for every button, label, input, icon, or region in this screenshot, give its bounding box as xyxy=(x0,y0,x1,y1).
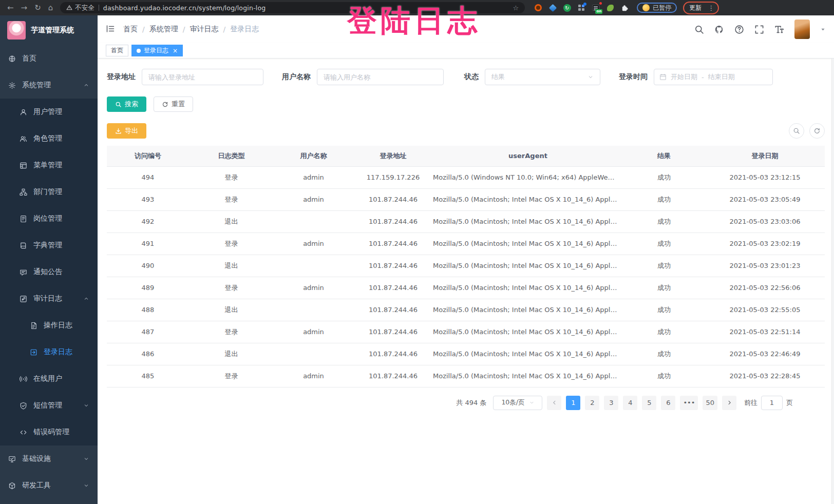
sidebar-item-notice[interactable]: 通知公告 xyxy=(0,259,98,285)
breadcrumb-item[interactable]: 首页 xyxy=(123,25,138,34)
extension-tab-manager-icon[interactable]: on xyxy=(592,4,600,12)
table-row: 492退出101.87.244.46Mozilla/5.0 (Macintosh… xyxy=(107,210,825,232)
sidebar: 芋道管理系统 首页系统管理用户管理角色管理菜单管理部门管理岗位管理字典管理通知公… xyxy=(0,15,98,504)
sidebar-item-role[interactable]: 角色管理 xyxy=(0,125,98,152)
toggle-search-button[interactable] xyxy=(789,123,804,139)
extension-gem-icon[interactable] xyxy=(548,4,557,12)
cell-result: 成功 xyxy=(623,299,705,321)
sidebar-item-online-users[interactable]: 在线用户 xyxy=(0,365,98,392)
sidebar-item-home[interactable]: 首页 xyxy=(0,45,98,72)
not-secure-badge[interactable]: 不安全 xyxy=(66,4,94,12)
sidebar-collapse-icon[interactable] xyxy=(106,24,115,35)
cell-id: 487 xyxy=(107,321,189,343)
sidebar-item-operate-log[interactable]: 操作日志 xyxy=(0,312,98,339)
table-row: 485登录admin101.87.244.46Mozilla/5.0 (Maci… xyxy=(107,365,825,387)
sidebar-item-dept[interactable]: 部门管理 xyxy=(0,179,98,205)
login-time-label: 登录时间 xyxy=(619,72,648,82)
sidebar-item-dict[interactable]: 字典管理 xyxy=(0,232,98,259)
sidebar-item-audit[interactable]: 审计日志 xyxy=(0,285,98,312)
page-number-button[interactable]: 3 xyxy=(604,396,618,410)
username-input[interactable] xyxy=(317,69,444,85)
cell-id: 493 xyxy=(107,188,189,210)
page-number-button[interactable]: 2 xyxy=(585,396,599,410)
url-text[interactable]: dashboard.yudao.iocoder.cn/system/log/lo… xyxy=(103,4,266,12)
page-size-select[interactable]: 10条/页 xyxy=(493,396,542,410)
page-ellipsis[interactable]: ••• xyxy=(680,396,698,410)
sidebar-item-sms[interactable]: 短信管理 xyxy=(0,392,98,419)
browser-menu-icon[interactable]: ⋮ xyxy=(708,4,715,12)
export-button[interactable]: 导出 xyxy=(107,123,146,139)
update-button[interactable]: 更新 xyxy=(685,3,706,13)
sidebar-item-infra[interactable]: 基础设施 xyxy=(0,445,98,472)
extension-green-refresh-icon[interactable]: ↻ xyxy=(563,4,571,12)
page-number-button[interactable]: 5 xyxy=(642,396,656,410)
gear-icon xyxy=(8,82,16,89)
breadcrumb-separator: / xyxy=(142,25,145,33)
extensions-puzzle-icon[interactable] xyxy=(620,4,629,12)
tag-item[interactable]: 首页 xyxy=(106,45,128,56)
tag-close-icon[interactable]: × xyxy=(173,47,178,54)
table-row: 491登录admin101.87.244.46Mozilla/5.0 (Maci… xyxy=(107,232,825,255)
sidebar-item-gear[interactable]: 系统管理 xyxy=(0,72,98,99)
cell-login-date: 2021-05-03 23:01:23 xyxy=(705,255,825,277)
help-icon[interactable] xyxy=(734,25,744,34)
search-button[interactable]: 搜索 xyxy=(107,96,146,112)
refresh-icon xyxy=(813,127,821,134)
page-number-button[interactable]: 1 xyxy=(566,396,580,410)
browser-back-icon[interactable]: ← xyxy=(7,3,14,12)
refresh-table-button[interactable] xyxy=(809,123,825,139)
user-avatar[interactable] xyxy=(794,20,810,39)
app-logo[interactable]: 芋道管理系统 xyxy=(0,15,98,45)
extension-orange-icon[interactable] xyxy=(534,4,542,12)
breadcrumb-item: 登录日志 xyxy=(230,25,259,34)
extension-sprout-icon[interactable] xyxy=(606,4,614,12)
cell-login-address: 101.87.244.46 xyxy=(353,232,433,255)
cell-result: 成功 xyxy=(623,277,705,299)
address-bar[interactable]: 不安全 dashboard.yudao.iocoder.cn/system/lo… xyxy=(60,2,525,13)
reset-button[interactable]: 重置 xyxy=(154,96,193,112)
table-header-cell: 日志类型 xyxy=(189,146,274,166)
sidebar-item-menu[interactable]: 菜单管理 xyxy=(0,152,98,179)
fullscreen-icon[interactable] xyxy=(754,25,764,34)
scrollbar[interactable] xyxy=(831,59,834,504)
browser-profile-chip[interactable]: 已暂停 xyxy=(637,3,677,13)
github-icon[interactable] xyxy=(714,25,724,34)
sidebar-item-post[interactable]: 岗位管理 xyxy=(0,205,98,232)
prev-page-button[interactable] xyxy=(547,396,561,410)
chevron-down-icon xyxy=(83,402,89,409)
goto-page-input[interactable] xyxy=(761,396,783,410)
table-header-cell: 访问编号 xyxy=(107,146,189,166)
avatar-caret-icon[interactable] xyxy=(820,27,826,32)
search-icon[interactable] xyxy=(694,25,704,34)
browser-forward-icon[interactable]: → xyxy=(21,3,28,12)
page-number-button[interactable]: 4 xyxy=(623,396,637,410)
chevron-down-icon xyxy=(529,400,535,405)
sidebar-item-login-log[interactable]: 登录日志 xyxy=(0,339,98,365)
cell-result: 成功 xyxy=(623,255,705,277)
table-header-cell: 结果 xyxy=(623,146,705,166)
login-time-range-picker[interactable]: 开始日期 - 结束日期 xyxy=(654,69,773,85)
extension-grid-icon[interactable] xyxy=(577,4,585,12)
sidebar-item-errcode[interactable]: 错误码管理 xyxy=(0,419,98,445)
breadcrumb-item[interactable]: 审计日志 xyxy=(189,25,218,34)
table-header-cell: 用户名称 xyxy=(274,146,353,166)
breadcrumb-item[interactable]: 系统管理 xyxy=(149,25,178,34)
page-number-button[interactable]: 50 xyxy=(703,396,717,410)
browser-reload-icon[interactable]: ↻ xyxy=(34,3,41,12)
next-page-button[interactable] xyxy=(722,396,736,410)
table-header-cell: userAgent xyxy=(433,146,623,166)
sidebar-item-devtools[interactable]: 研发工具 xyxy=(0,472,98,499)
bookmark-star-icon[interactable]: ☆ xyxy=(513,4,519,12)
font-size-icon[interactable] xyxy=(774,25,784,34)
login-address-input[interactable] xyxy=(142,69,263,85)
cell-login-date: 2021-05-03 22:46:49 xyxy=(705,343,825,365)
browser-home-icon[interactable]: ⌂ xyxy=(48,3,53,12)
status-select[interactable]: 结果 xyxy=(485,69,600,85)
dict-icon xyxy=(20,242,27,249)
cell-username: admin xyxy=(274,321,353,343)
page-number-button[interactable]: 6 xyxy=(661,396,675,410)
cell-user-agent: Mozilla/5.0 (Macintosh; Intel Mac OS X 1… xyxy=(433,343,623,365)
sidebar-item-user[interactable]: 用户管理 xyxy=(0,99,98,125)
tag-active[interactable]: 登录日志× xyxy=(131,45,183,56)
sidebar-item-label: 研发工具 xyxy=(22,481,51,490)
